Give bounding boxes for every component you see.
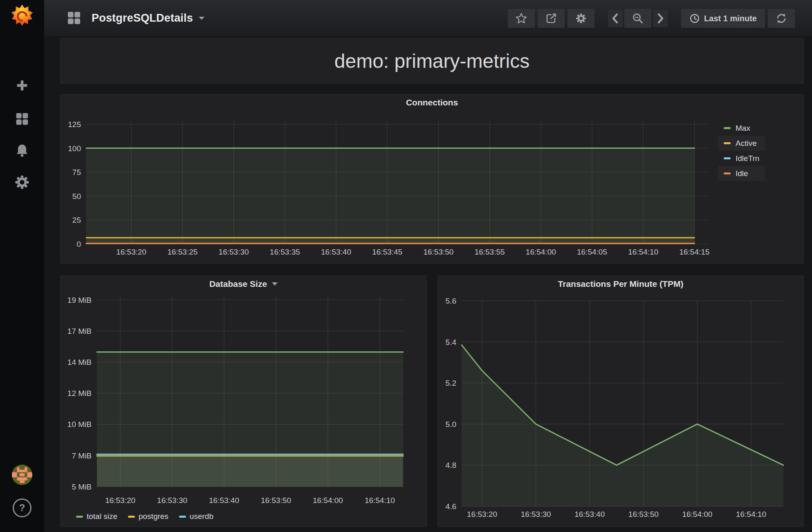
svg-text:16:53:50: 16:53:50 [261,496,291,505]
configuration-gear-icon[interactable] [0,172,44,192]
legend-label: Active [736,139,757,148]
svg-text:16:53:30: 16:53:30 [219,248,249,256]
dashboards-icon[interactable] [0,110,44,128]
svg-text:16:53:55: 16:53:55 [475,248,505,256]
svg-text:16:53:20: 16:53:20 [116,248,146,256]
time-shift-back-button[interactable] [608,10,623,27]
svg-text:16:54:00: 16:54:00 [526,248,556,256]
page-title: demo: primary-metrics [61,38,803,83]
svg-text:16:53:50: 16:53:50 [628,510,659,519]
help-icon[interactable]: ? [0,498,44,517]
svg-text:10 MiB: 10 MiB [67,420,92,429]
svg-text:16:53:35: 16:53:35 [270,248,300,256]
text-panel: demo: primary-metrics [60,38,804,84]
svg-text:100: 100 [68,144,81,153]
svg-text:5.0: 5.0 [446,420,456,429]
star-dashboard-button[interactable] [508,9,535,28]
svg-text:16:54:15: 16:54:15 [679,248,709,256]
svg-text:17 MiB: 17 MiB [67,327,92,335]
legend-item[interactable]: IdleTrn [718,151,765,166]
dashboard-title: PostgreSQLDetails [92,12,193,25]
svg-text:16:54:10: 16:54:10 [365,496,395,505]
refresh-icon [775,12,788,25]
chevron-down-icon [199,17,204,20]
svg-text:125: 125 [68,120,81,129]
svg-text:16:54:10: 16:54:10 [628,248,658,256]
svg-text:16:53:30: 16:53:30 [521,510,551,519]
connections-legend: MaxActiveIdleTrnIdle [718,121,765,181]
svg-text:7 MiB: 7 MiB [72,452,92,460]
legend-label: IdleTrn [736,154,759,163]
sidebar: ? [0,0,44,532]
svg-text:16:53:20: 16:53:20 [467,510,497,519]
svg-text:16:53:40: 16:53:40 [321,248,351,256]
share-export-icon [545,12,558,25]
legend-swatch [76,516,83,518]
zoom-out-button[interactable] [624,9,651,28]
legend-swatch [724,127,731,129]
legend-item[interactable]: Active [718,136,765,151]
legend-label: Idle [736,169,748,178]
legend-swatch [128,516,135,518]
svg-text:5.6: 5.6 [446,297,456,305]
svg-text:16:54:00: 16:54:00 [313,496,343,505]
svg-text:75: 75 [72,168,81,177]
navbar: PostgreSQLDetails [44,0,812,36]
svg-text:5.4: 5.4 [446,338,457,346]
dashboard-settings-button[interactable] [568,9,594,28]
svg-text:16:53:45: 16:53:45 [372,248,402,256]
create-add-icon[interactable] [0,77,44,94]
tpm-graph[interactable]: 4.64.85.05.25.45.616:53:2016:53:3016:53:… [438,276,804,528]
refresh-button[interactable] [768,9,795,28]
legend-item[interactable]: postgres [128,512,168,521]
dashboard-grid-icon[interactable] [65,9,83,27]
legend-item[interactable]: Max [718,121,765,136]
svg-text:50: 50 [72,192,81,201]
legend-label: userdb [190,512,213,521]
svg-text:16:53:20: 16:53:20 [105,496,135,505]
svg-text:16:53:25: 16:53:25 [167,248,197,256]
svg-text:4.8: 4.8 [446,461,456,469]
connections-graph[interactable]: 025507510012516:53:2016:53:2516:53:3016:… [61,94,804,264]
legend-swatch [179,516,186,518]
svg-text:16:54:10: 16:54:10 [736,510,766,519]
legend-item[interactable]: userdb [179,512,213,521]
gear-icon [574,12,588,25]
connections-panel: Connections 025507510012516:53:2016:53:2… [60,94,804,264]
time-shift-forward-button[interactable] [653,10,668,27]
zoom-out-icon [631,12,644,25]
avatar-pixel-icon [12,465,32,485]
grafana-flame-icon [9,4,35,29]
legend-label: total size [87,512,117,521]
alerting-bell-icon[interactable] [0,141,44,160]
tpm-panel: Transactions Per Minute (TPM) 4.64.85.05… [437,275,804,527]
time-range-label: Last 1 minute [704,14,757,23]
chevron-right-icon [655,13,665,24]
svg-text:0: 0 [76,240,81,248]
svg-text:16:54:05: 16:54:05 [577,248,607,256]
legend-swatch [724,157,731,159]
database-size-graph[interactable]: 5 MiB7 MiB10 MiB12 MiB14 MiB17 MiB19 MiB… [61,276,427,528]
star-icon [515,12,528,25]
grafana-logo[interactable] [0,2,44,30]
legend-item[interactable]: total size [76,512,117,521]
legend-swatch [724,142,731,144]
svg-text:5 MiB: 5 MiB [72,483,92,491]
time-range-picker[interactable]: Last 1 minute [681,9,765,28]
chevron-left-icon [610,13,620,24]
svg-text:5.2: 5.2 [446,379,456,387]
user-avatar[interactable] [0,464,44,485]
legend-label: postgres [139,512,168,521]
dashboard-title-dropdown[interactable]: PostgreSQLDetails [92,12,204,25]
svg-text:25: 25 [72,216,81,224]
database-size-panel: Database Size 5 MiB7 MiB10 MiB12 MiB14 M… [60,275,427,527]
share-dashboard-button[interactable] [538,9,565,28]
legend-swatch [724,172,731,174]
legend-item[interactable]: Idle [718,166,765,181]
clock-icon [689,13,700,24]
database-size-legend: total sizepostgresuserdb [76,512,213,521]
svg-text:12 MiB: 12 MiB [67,389,92,398]
legend-label: Max [736,124,750,133]
help-question-mark: ? [19,502,25,514]
svg-text:16:53:40: 16:53:40 [574,510,605,519]
